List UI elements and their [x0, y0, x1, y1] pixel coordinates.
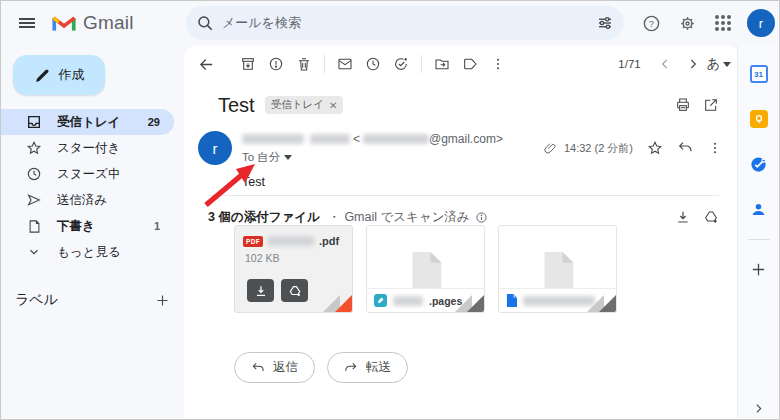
attachments-count: 3 個の添付ファイル	[208, 209, 320, 226]
blue-file-icon	[506, 294, 517, 307]
compose-label: 作成	[59, 66, 85, 84]
search-options-icon[interactable]	[596, 14, 614, 32]
account-avatar[interactable]: r	[747, 9, 775, 37]
clock-icon	[25, 166, 43, 182]
attachment-card-doc[interactable]	[498, 225, 617, 313]
to-label: To 自分	[242, 150, 280, 165]
contacts-icon[interactable]	[743, 193, 775, 225]
inbox-count: 29	[148, 116, 160, 128]
pencil-icon	[34, 67, 51, 84]
back-icon[interactable]	[192, 50, 220, 78]
sidebar-item-starred[interactable]: スター付き	[1, 135, 174, 161]
keep-icon[interactable]	[743, 103, 775, 135]
sidebar-item-drafts[interactable]: 下書き 1	[1, 213, 174, 239]
send-icon	[25, 192, 43, 208]
reply-arrow-icon	[251, 361, 265, 375]
sidebar-item-label: スヌーズ中	[57, 166, 120, 183]
message-actions: 14:32 (2 分前)	[543, 131, 729, 165]
add-label-icon[interactable]	[155, 293, 170, 308]
redacted-sender-email	[363, 134, 429, 144]
help-icon[interactable]: ?	[635, 7, 667, 39]
redacted-sender-name-2	[310, 134, 350, 144]
older-icon[interactable]	[679, 50, 707, 78]
download-attachment-button[interactable]	[247, 279, 274, 302]
attachment-card-pages[interactable]: .pages	[366, 225, 485, 313]
search-input[interactable]: メールを検索	[222, 14, 596, 32]
sidebar-item-sent[interactable]: 送信済み	[1, 187, 174, 213]
sidebar-item-label: 受信トレイ	[57, 114, 120, 131]
email-body: Test	[242, 175, 265, 189]
sidebar-item-label: もっと見る	[57, 244, 121, 261]
star-message-icon[interactable]	[641, 134, 669, 162]
subject-row: Test 受信トレイ ✕	[218, 91, 725, 119]
inbox-chip[interactable]: 受信トレイ ✕	[265, 96, 344, 114]
sender-avatar[interactable]: r	[198, 131, 232, 165]
sidebar-item-label: 送信済み	[57, 192, 107, 209]
delete-icon[interactable]	[290, 50, 318, 78]
search-bar[interactable]: メールを検索	[186, 6, 624, 40]
sender-domain: @gmail.com>	[429, 132, 503, 146]
report-spam-icon[interactable]	[262, 50, 290, 78]
label-icon[interactable]	[456, 50, 484, 78]
svg-text:?: ?	[649, 18, 654, 28]
gmail-logo: Gmail	[51, 12, 134, 34]
side-panel: 31	[737, 45, 779, 419]
compose-button[interactable]: 作成	[13, 55, 105, 95]
sidebar-item-snoozed[interactable]: スヌーズ中	[1, 161, 174, 187]
chevron-down-icon	[25, 245, 43, 259]
sidebar-item-inbox[interactable]: 受信トレイ 29	[1, 109, 174, 135]
timestamp: 14:32 (2 分前)	[564, 141, 633, 156]
reply-button[interactable]: 返信	[234, 352, 315, 383]
settings-gear-icon[interactable]	[671, 7, 703, 39]
tasks-icon[interactable]	[743, 148, 775, 180]
chip-remove-icon[interactable]: ✕	[329, 100, 337, 111]
download-all-icon[interactable]	[669, 203, 697, 231]
caret-down-icon	[284, 155, 292, 160]
gmail-m-icon	[51, 13, 77, 33]
hide-panel-icon[interactable]	[738, 402, 779, 415]
more-vert-icon[interactable]	[484, 50, 512, 78]
attachments-list: PDF .pdf 102 KB	[234, 225, 617, 313]
move-to-icon[interactable]	[428, 50, 456, 78]
sidebar-item-label: 下書き	[57, 218, 95, 235]
info-icon[interactable]	[475, 211, 488, 224]
pages-file-icon	[374, 294, 387, 307]
bracket: <	[353, 132, 360, 146]
snooze-icon[interactable]	[359, 50, 387, 78]
reply-icon[interactable]	[671, 134, 699, 162]
recipient-toggle[interactable]: To 自分	[242, 150, 543, 165]
forward-button[interactable]: 転送	[327, 352, 408, 383]
calendar-icon[interactable]: 31	[743, 58, 775, 90]
input-tools-button[interactable]: あ	[707, 55, 731, 73]
inbox-icon	[25, 114, 43, 130]
add-all-to-drive-icon[interactable]	[697, 203, 725, 231]
divider	[208, 195, 719, 196]
sidebar-item-more[interactable]: もっと見る	[1, 239, 174, 265]
labels-header: ラベル	[15, 291, 58, 309]
drafts-count: 1	[154, 220, 160, 232]
mark-unread-icon[interactable]	[331, 50, 359, 78]
message-more-icon[interactable]	[701, 134, 729, 162]
attachment-card-pdf[interactable]: PDF .pdf 102 KB	[234, 225, 353, 313]
open-in-new-icon[interactable]	[697, 91, 725, 119]
newer-icon[interactable]	[651, 50, 679, 78]
scanned-label: Gmail でスキャン済み	[344, 209, 469, 226]
pdf-badge-icon: PDF	[243, 236, 263, 247]
separator: ・	[328, 209, 341, 226]
sender-row: r < @gmail.com> To 自分 14:32 (2 分前)	[198, 131, 729, 165]
left-sidebar: 作成 受信トレイ 29 スター付き スヌーズ中 送信済み 下書き 1 もっと見る	[1, 45, 184, 419]
quick-actions: 返信 転送	[234, 352, 408, 383]
file-extension: .pdf	[319, 235, 339, 247]
email-toolbar: 1/71 あ	[192, 49, 731, 79]
print-icon[interactable]	[669, 91, 697, 119]
search-icon	[196, 14, 214, 32]
archive-icon[interactable]	[234, 50, 262, 78]
menu-icon[interactable]	[7, 3, 47, 43]
fold-corner-pdf	[335, 295, 352, 312]
save-to-drive-button[interactable]	[281, 279, 308, 302]
get-addons-icon[interactable]	[743, 253, 775, 285]
add-to-tasks-icon[interactable]	[387, 50, 415, 78]
redacted-sender-name	[242, 134, 304, 144]
apps-grid-icon[interactable]	[707, 7, 739, 39]
email-subject: Test	[218, 94, 255, 117]
